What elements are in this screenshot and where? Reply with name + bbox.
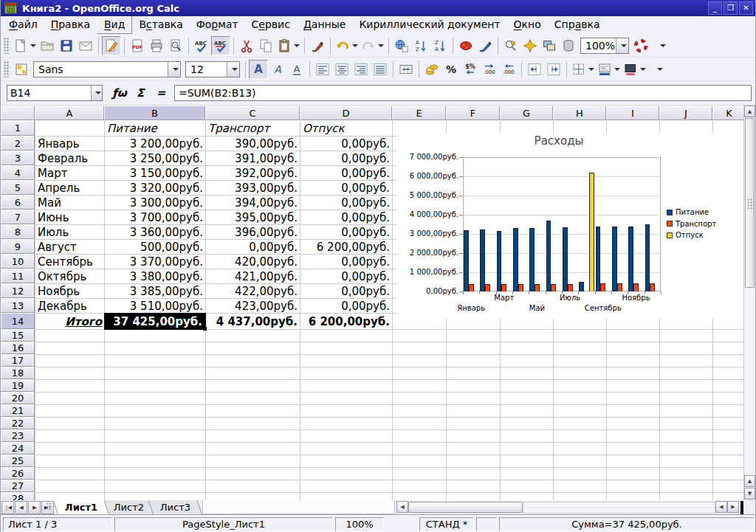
- sheet-tab-Лист1[interactable]: Лист1: [53, 500, 110, 515]
- row-header-11[interactable]: 11: [1, 269, 35, 283]
- row-header-17[interactable]: 17: [1, 354, 35, 367]
- row-header-19[interactable]: 19: [1, 379, 35, 392]
- data-sources-button[interactable]: [559, 36, 578, 55]
- vertical-scrollbar[interactable]: ▲ ▲ ▼: [743, 106, 755, 500]
- cell-C13[interactable]: 423,00руб.: [206, 299, 300, 313]
- menu-window[interactable]: Окно: [507, 16, 548, 34]
- minimize-button[interactable]: _: [708, 1, 722, 15]
- email-button[interactable]: [76, 36, 95, 55]
- cell-B6[interactable]: 3 300,00руб.: [105, 196, 205, 210]
- styles-window-button[interactable]: [12, 60, 31, 79]
- percent-button[interactable]: %: [441, 60, 461, 79]
- cell-D12[interactable]: 0,00руб.: [300, 284, 392, 298]
- merge-cells-button[interactable]: [396, 60, 416, 79]
- sheet-tab-Лист2[interactable]: Лист2: [102, 500, 157, 515]
- chevron-down-icon[interactable]: [30, 44, 36, 47]
- cell-D4[interactable]: 0,00руб.: [300, 166, 392, 180]
- gallery-button[interactable]: [540, 36, 559, 55]
- column-header-B[interactable]: B: [104, 106, 205, 120]
- align-justify-button[interactable]: [371, 60, 390, 79]
- cell-B13[interactable]: 3 510,00руб.: [105, 299, 205, 313]
- cell-A11[interactable]: Октябрь: [35, 269, 104, 283]
- open-folder-button[interactable]: [38, 36, 57, 55]
- align-center-button[interactable]: [332, 60, 351, 79]
- cell-D14[interactable]: 6 200,00руб.: [300, 314, 392, 329]
- column-header-D[interactable]: D: [300, 106, 392, 120]
- cell-D11[interactable]: 0,00руб.: [300, 269, 392, 283]
- chevron-down-icon[interactable]: [352, 44, 358, 47]
- borders-button[interactable]: [570, 60, 596, 79]
- cell-C12[interactable]: 422,00руб.: [206, 284, 300, 298]
- cell-A8[interactable]: Июль: [35, 225, 104, 239]
- first-sheet-button[interactable]: ❘◀: [1, 501, 14, 514]
- cell-C5[interactable]: 393,00руб.: [206, 181, 300, 195]
- menu-tools[interactable]: Сервис: [245, 16, 297, 34]
- next-sheet-button[interactable]: ▶: [28, 501, 41, 514]
- redo-button[interactable]: [360, 36, 385, 55]
- border-color-button[interactable]: [622, 60, 647, 79]
- cell-A7[interactable]: Июнь: [35, 210, 104, 224]
- new-document-button[interactable]: [12, 36, 38, 55]
- toolbar-grip[interactable]: [4, 61, 9, 77]
- standard-format-button[interactable]: $%: [461, 60, 480, 79]
- cell-A12[interactable]: Ноябрь: [35, 284, 104, 298]
- row-header-27[interactable]: 27: [1, 480, 35, 492]
- row-header-15[interactable]: 15: [1, 329, 35, 342]
- cell-C2[interactable]: 390,00руб.: [206, 137, 300, 151]
- scroll-left-button[interactable]: ◀: [396, 501, 408, 513]
- cell-A13[interactable]: Декабрь: [35, 299, 104, 313]
- menu-insert[interactable]: Вставка: [132, 16, 189, 34]
- row-header-16[interactable]: 16: [1, 342, 35, 354]
- column-header-J[interactable]: J: [659, 106, 712, 120]
- row-header-28[interactable]: 28: [1, 492, 35, 500]
- row-header-4[interactable]: 4: [1, 165, 35, 180]
- cell-C9[interactable]: 0,00руб.: [206, 240, 300, 254]
- row-header-18[interactable]: 18: [1, 367, 35, 379]
- row-header-13[interactable]: 13: [1, 298, 35, 313]
- split-handle[interactable]: [740, 501, 743, 514]
- cell-C7[interactable]: 395,00руб.: [206, 210, 300, 224]
- chevron-down-icon[interactable]: [588, 68, 594, 71]
- cell-B1[interactable]: Питание: [105, 121, 205, 136]
- row-header-24[interactable]: 24: [1, 442, 35, 455]
- cell-D3[interactable]: 0,00руб.: [300, 151, 392, 165]
- chevron-down-icon[interactable]: [378, 44, 384, 47]
- close-button[interactable]: ✕: [739, 1, 753, 15]
- cell-reference-input[interactable]: [7, 87, 91, 99]
- chevron-down-icon[interactable]: [640, 68, 646, 71]
- column-header-K[interactable]: K: [712, 106, 745, 120]
- row-header-14[interactable]: 14: [1, 313, 35, 329]
- chevron-down-icon[interactable]: [294, 44, 300, 47]
- sheet-tab-Лист3[interactable]: Лист3: [148, 500, 203, 515]
- scroll-left-button-2[interactable]: ◀: [715, 501, 727, 513]
- underline-button[interactable]: A: [287, 60, 306, 79]
- column-header-C[interactable]: C: [205, 106, 300, 120]
- menu-file[interactable]: Файл: [2, 16, 44, 34]
- cell-C8[interactable]: 396,00руб.: [206, 225, 300, 239]
- cell-A2[interactable]: Январь: [35, 137, 104, 151]
- cell-D10[interactable]: 0,00руб.: [300, 255, 392, 269]
- cell-A9[interactable]: Август: [35, 240, 104, 254]
- scroll-up-button[interactable]: ▲: [744, 106, 755, 117]
- row-header-7[interactable]: 7: [1, 210, 35, 224]
- row-header-12[interactable]: 12: [1, 283, 35, 298]
- row-header-25[interactable]: 25: [1, 455, 35, 467]
- row-header-21[interactable]: 21: [1, 404, 35, 417]
- align-right-button[interactable]: [351, 60, 371, 79]
- row-header-5[interactable]: 5: [1, 180, 35, 195]
- function-wizard-button[interactable]: ƒω: [111, 84, 128, 102]
- column-header-I[interactable]: I: [606, 106, 659, 120]
- cell-B3[interactable]: 3 250,00руб.: [105, 151, 205, 165]
- paste-button[interactable]: [275, 36, 301, 55]
- chevron-down-icon[interactable]: [614, 68, 620, 71]
- undo-button[interactable]: [334, 36, 360, 55]
- cell-A4[interactable]: Март: [35, 166, 104, 180]
- name-box-dropdown[interactable]: [91, 86, 102, 100]
- cell-C6[interactable]: 394,00руб.: [206, 196, 300, 210]
- cell-B11[interactable]: 3 380,00руб.: [105, 269, 205, 283]
- cell-B9[interactable]: 500,00руб.: [105, 240, 205, 254]
- decrease-indent-button[interactable]: [525, 60, 544, 79]
- copy-button[interactable]: [256, 36, 275, 55]
- scroll-right-button[interactable]: ▶: [727, 501, 739, 513]
- row-header-1[interactable]: 1: [1, 120, 35, 136]
